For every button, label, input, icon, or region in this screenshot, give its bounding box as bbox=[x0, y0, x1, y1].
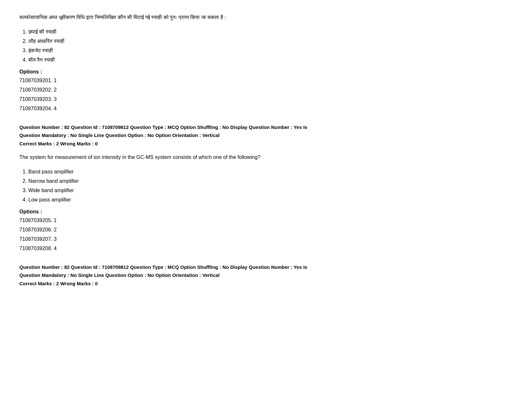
q82-meta-line3: Correct Marks : 2 Wrong Marks : 0 bbox=[19, 140, 513, 148]
q82-meta2-line1: Question Number : 82 Question Id : 71087… bbox=[19, 263, 513, 271]
page-content: सल्फोसायानिक अम्ल धूमीकरण विधि द्वारा नि… bbox=[19, 13, 513, 288]
section-q82: Question Number : 82 Question Id : 71087… bbox=[19, 123, 513, 253]
q82-options-label: Options : bbox=[19, 209, 513, 215]
hindi-option-codes: 71087039201. 1 71087039202. 2 7108703920… bbox=[19, 76, 513, 113]
q82-option-1: 1. Band pass amplifier bbox=[19, 167, 513, 177]
hindi-code-2: 71087039202. 2 bbox=[19, 85, 513, 95]
hindi-question-text: सल्फोसायानिक अम्ल धूमीकरण विधि द्वारा नि… bbox=[19, 13, 513, 22]
q82-option-4: 4. Low pass amplifier bbox=[19, 195, 513, 205]
q82-option-codes: 71087039205. 1 71087039206. 2 7108703920… bbox=[19, 216, 513, 253]
hindi-options-label: Options : bbox=[19, 69, 513, 75]
q82-code-1: 71087039205. 1 bbox=[19, 216, 513, 225]
q82-meta-line2: Question Mandatory : No Single Line Ques… bbox=[19, 131, 513, 140]
q82-code-4: 71087039208. 4 bbox=[19, 244, 513, 253]
hindi-code-3: 71087039203. 3 bbox=[19, 95, 513, 104]
hindi-option-2: 2. लौह आधारित स्याही bbox=[19, 37, 513, 46]
q82-code-2: 71087039206. 2 bbox=[19, 225, 513, 235]
q82-meta: Question Number : 82 Question Id : 71087… bbox=[19, 123, 513, 148]
q82-options-list: 1. Band pass amplifier 2. Narrow band am… bbox=[19, 167, 513, 204]
hindi-option-1: 1. छपाई की स्याही bbox=[19, 27, 513, 37]
hindi-option-3: 3. इंकजेट स्याही bbox=[19, 46, 513, 55]
hindi-option-4: 4. बॉल पैन स्याही bbox=[19, 55, 513, 65]
q82-option-2: 2. Narrow band amplifier bbox=[19, 177, 513, 186]
hindi-options-list: 1. छपाई की स्याही 2. लौह आधारित स्याही 3… bbox=[19, 27, 513, 64]
q82-code-3: 71087039207. 3 bbox=[19, 235, 513, 244]
q82-meta2-line2: Question Mandatory : No Single Line Ques… bbox=[19, 271, 513, 279]
q82-question-text: The system for measurement of ion intens… bbox=[19, 153, 513, 161]
q82-option-3: 3. Wide band amplifier bbox=[19, 186, 513, 195]
section-q81-hindi: सल्फोसायानिक अम्ल धूमीकरण विधि द्वारा नि… bbox=[19, 13, 513, 113]
section-q82-meta2: Question Number : 82 Question Id : 71087… bbox=[19, 263, 513, 288]
q82-meta-line1: Question Number : 82 Question Id : 71087… bbox=[19, 123, 513, 132]
q82-meta2: Question Number : 82 Question Id : 71087… bbox=[19, 263, 513, 288]
hindi-code-1: 71087039201. 1 bbox=[19, 76, 513, 85]
q82-meta2-line3: Correct Marks : 2 Wrong Marks : 0 bbox=[19, 279, 513, 288]
hindi-code-4: 71087039204. 4 bbox=[19, 104, 513, 113]
